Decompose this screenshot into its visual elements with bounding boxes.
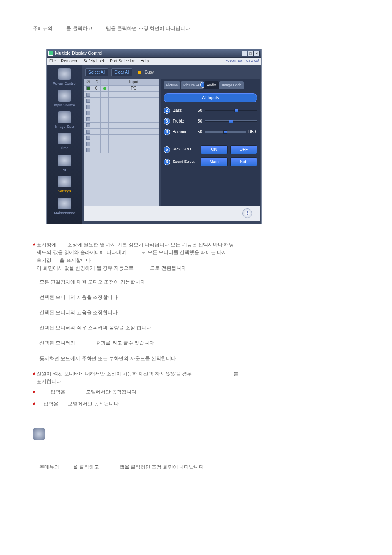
maintenance-icon	[58, 198, 71, 209]
settings-section-icon	[33, 428, 45, 440]
warning-icon[interactable]: !	[242, 208, 252, 218]
star-icon: *	[33, 241, 35, 273]
badge-3: 3	[164, 118, 170, 125]
list-item: 선택된 모니터의 저음을 조정합니다	[39, 294, 359, 301]
time-icon	[58, 133, 71, 144]
srs-on-button[interactable]: ON	[201, 145, 228, 154]
tab-audio[interactable]: Audio	[204, 81, 219, 89]
row-checkbox[interactable]	[86, 92, 90, 97]
sidebar-item-maintenance[interactable]: Maintenance	[47, 198, 82, 216]
sidebar-label: Image Size	[55, 125, 74, 129]
table-row[interactable]	[84, 92, 159, 98]
sidebar-item-input[interactable]: Input Source	[47, 90, 82, 108]
bass-label: Bass	[173, 107, 191, 114]
sidebar-item-settings[interactable]: Settings	[47, 176, 82, 194]
row-checkbox[interactable]	[86, 111, 90, 115]
settings-panel: Picture Picture PC 1 Audio Image Lock Al…	[161, 79, 260, 206]
row-checkbox[interactable]	[86, 148, 90, 152]
sidebar-item-pip[interactable]: PIP	[47, 155, 82, 173]
col-status[interactable]	[101, 79, 109, 85]
table-row[interactable]	[84, 141, 159, 147]
slider-thumb[interactable]	[223, 130, 227, 134]
tab-picture-pc[interactable]: Picture PC 1	[181, 81, 203, 89]
balance-row: 4 Balance L50 R50	[164, 129, 257, 135]
menu-file[interactable]: File	[49, 58, 56, 65]
treble-slider[interactable]	[205, 120, 257, 122]
settings-icon	[58, 176, 71, 187]
sidebar: Power Control Input Source Image Size Ti…	[47, 65, 82, 224]
sound-label: Sound Select	[173, 159, 198, 164]
table-row[interactable]	[84, 116, 159, 123]
balance-slider[interactable]	[205, 131, 246, 133]
row-id: 0	[92, 86, 101, 91]
sidebar-label: Time	[60, 146, 69, 150]
treble-value: 50	[193, 118, 202, 125]
table-row[interactable]	[84, 123, 159, 129]
sidebar-label: Input Source	[54, 103, 75, 107]
col-input[interactable]: Input	[109, 79, 159, 85]
imagesize-icon	[58, 111, 71, 123]
srs-off-button[interactable]: OFF	[230, 145, 257, 154]
col-check[interactable]: ☑	[84, 79, 92, 85]
page-footer: 주메뉴의 을 클릭하고 탭을 클릭하면 조정 화면이 나타납니다	[39, 463, 359, 471]
menu-help[interactable]: Help	[140, 58, 149, 65]
star-icon: *	[33, 370, 35, 386]
row-input: PC	[109, 86, 159, 91]
table-row[interactable]	[84, 135, 159, 141]
slider-thumb[interactable]	[234, 109, 238, 112]
row-checkbox[interactable]	[86, 86, 90, 90]
list-item: 선택된 모니터의 고음을 조정합니다	[39, 309, 359, 317]
row-checkbox[interactable]	[86, 130, 90, 134]
badge-4: 4	[164, 129, 170, 135]
all-inputs-button[interactable]: All Inputs	[164, 93, 257, 102]
row-checkbox[interactable]	[86, 136, 90, 140]
balance-r: R50	[248, 129, 257, 135]
tab-label: Picture PC	[183, 83, 201, 87]
tab-image-lock[interactable]: Image Lock	[219, 81, 244, 89]
row-checkbox[interactable]	[86, 123, 90, 127]
clear-all-button[interactable]: Clear All	[111, 68, 132, 76]
note-4: * 입력은 모델에서만 동작됩니다	[33, 400, 359, 409]
sidebar-item-imgsize[interactable]: Image Size	[47, 111, 82, 130]
badge-2: 2	[164, 107, 170, 114]
row-checkbox[interactable]	[86, 105, 90, 109]
table-row[interactable]	[84, 98, 159, 104]
toolbar: Select All Clear All Busy	[84, 68, 260, 76]
treble-row: 3 Treble 50	[164, 118, 257, 125]
menu-remocon[interactable]: Remocon	[61, 58, 78, 65]
col-id[interactable]: ID	[92, 79, 101, 85]
sound-main-button[interactable]: Main	[201, 157, 228, 166]
sidebar-item-power[interactable]: Power Control	[47, 68, 82, 86]
slider-thumb[interactable]	[229, 120, 233, 123]
maximize-button[interactable]: □	[248, 51, 254, 56]
bass-slider[interactable]	[205, 110, 257, 111]
table-row[interactable]	[84, 147, 159, 153]
row-checkbox[interactable]	[86, 99, 90, 103]
input-icon	[58, 90, 71, 102]
row-checkbox[interactable]	[86, 117, 90, 121]
table-row[interactable]: 0 PC	[84, 86, 159, 92]
menu-safety-lock[interactable]: Safety Lock	[83, 58, 105, 65]
minimize-button[interactable]: _	[242, 51, 247, 56]
menu-port-selection[interactable]: Port Selection	[110, 58, 135, 65]
app-window: Multiple Display Control _ □ × File Remo…	[46, 49, 262, 224]
sidebar-label: Settings	[58, 189, 71, 193]
table-row[interactable]	[84, 110, 159, 116]
badge-6: 6	[164, 159, 170, 165]
table-row[interactable]	[84, 129, 159, 135]
note-3: * 입력은 모델에서만 동작됩니다	[33, 388, 359, 397]
pip-icon	[58, 155, 71, 166]
soundselect-row: 6 Sound Select Main Sub	[164, 157, 257, 166]
titlebar[interactable]: Multiple Display Control _ □ ×	[47, 49, 261, 58]
tab-picture[interactable]: Picture	[164, 81, 180, 89]
select-all-button[interactable]: Select All	[85, 68, 108, 76]
row-status	[101, 86, 109, 91]
row-checkbox[interactable]	[86, 142, 90, 146]
treble-label: Treble	[173, 118, 191, 125]
sound-sub-button[interactable]: Sub	[230, 157, 257, 166]
table-row[interactable]	[84, 104, 159, 110]
sidebar-item-time[interactable]: Time	[47, 133, 82, 151]
grid-header: ☑ ID Input	[84, 79, 159, 86]
panel-tabs: Picture Picture PC 1 Audio Image Lock	[164, 81, 257, 89]
close-button[interactable]: ×	[254, 51, 260, 56]
